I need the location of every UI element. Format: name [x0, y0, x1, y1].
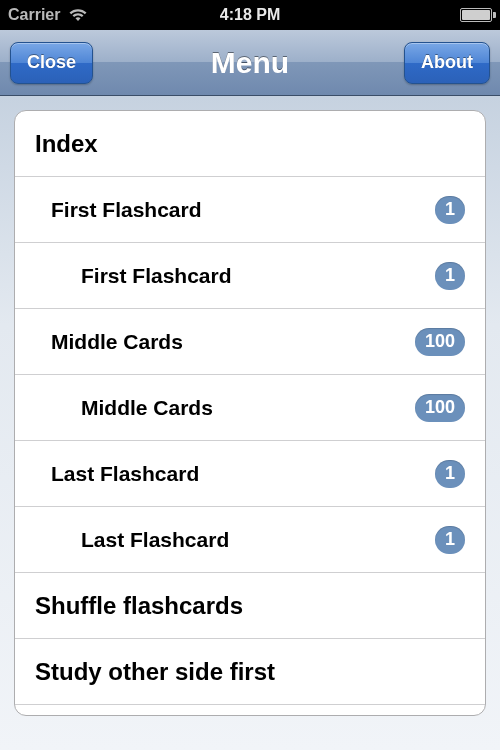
status-left: Carrier: [8, 6, 88, 24]
about-button[interactable]: About: [404, 42, 490, 84]
menu-card: Index First Flashcard 1 First Flashcard …: [14, 110, 486, 716]
status-right: [460, 8, 492, 22]
index-subitem-middle-cards[interactable]: Middle Cards 100: [15, 375, 485, 441]
count-badge: 1: [435, 262, 465, 290]
close-button[interactable]: Close: [10, 42, 93, 84]
index-item-last-flashcard[interactable]: Last Flashcard 1: [15, 441, 485, 507]
option-shuffle-flashcards[interactable]: Shuffle flashcards: [15, 573, 485, 639]
index-item-first-flashcard[interactable]: First Flashcard 1: [15, 177, 485, 243]
list-item-label: Last Flashcard: [35, 528, 229, 552]
count-badge: 1: [435, 526, 465, 554]
carrier-label: Carrier: [8, 6, 60, 24]
index-subitem-last-flashcard[interactable]: Last Flashcard 1: [15, 507, 485, 573]
list-item-label: First Flashcard: [35, 198, 202, 222]
status-time: 4:18 PM: [220, 6, 280, 24]
battery-icon: [460, 8, 492, 22]
page-title: Menu: [211, 46, 289, 80]
count-badge: 1: [435, 196, 465, 224]
option-label: Shuffle flashcards: [35, 592, 243, 620]
option-study-other-side[interactable]: Study other side first: [15, 639, 485, 705]
index-header-label: Index: [35, 130, 98, 158]
status-bar: Carrier 4:18 PM: [0, 0, 500, 30]
index-item-middle-cards[interactable]: Middle Cards 100: [15, 309, 485, 375]
content-area: Index First Flashcard 1 First Flashcard …: [0, 96, 500, 750]
nav-bar: Close Menu About: [0, 30, 500, 96]
list-item-label: First Flashcard: [35, 264, 232, 288]
list-item-label: Middle Cards: [35, 330, 183, 354]
option-label: Study other side first: [35, 658, 275, 686]
index-subitem-first-flashcard[interactable]: First Flashcard 1: [15, 243, 485, 309]
index-header-row[interactable]: Index: [15, 111, 485, 177]
count-badge: 1: [435, 460, 465, 488]
list-cutoff: [15, 705, 485, 715]
list-item-label: Last Flashcard: [35, 462, 199, 486]
wifi-icon: [68, 8, 88, 22]
list-item-label: Middle Cards: [35, 396, 213, 420]
count-badge: 100: [415, 328, 465, 356]
count-badge: 100: [415, 394, 465, 422]
